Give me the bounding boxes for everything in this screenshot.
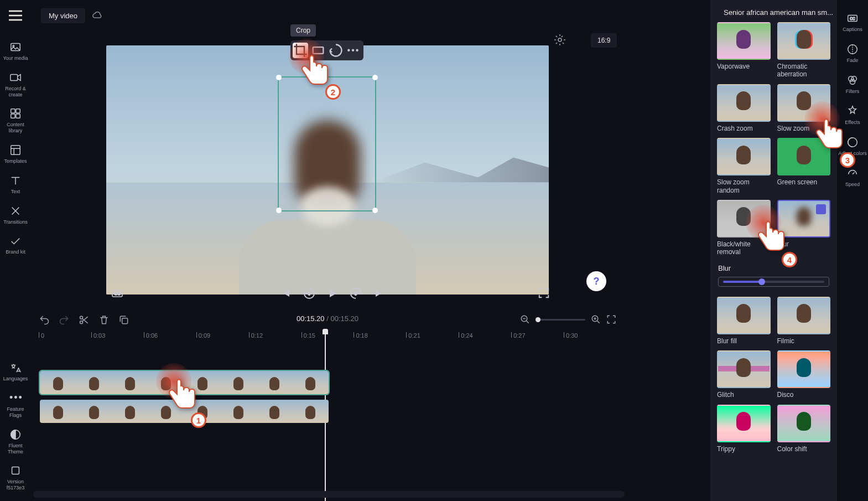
effect-filmic[interactable]: Filmic <box>777 297 831 345</box>
text-icon <box>9 174 22 187</box>
menu-icon[interactable] <box>7 7 24 24</box>
effect-color-shift[interactable]: Color shift <box>777 405 831 453</box>
sidebar-item-label: Brand kit <box>6 249 25 255</box>
timeline-tracks <box>39 370 616 424</box>
skip-start-button[interactable] <box>279 287 293 300</box>
speed-icon <box>846 167 859 179</box>
dots-icon: ••• <box>9 392 22 404</box>
rotate-icon <box>328 43 344 58</box>
right-tab-captions[interactable]: CC Captions <box>837 8 868 37</box>
sidebar-item-text[interactable]: Text <box>0 170 31 199</box>
crop-selection[interactable] <box>278 76 376 211</box>
video-clip[interactable] <box>39 399 330 424</box>
redo-button[interactable] <box>59 314 70 326</box>
captions-toggle[interactable]: CC <box>111 287 124 300</box>
effect-slow-zoom-random[interactable]: Slow zoom random <box>717 138 771 194</box>
blur-slider-block: Blur <box>717 262 830 291</box>
effect-vaporwave[interactable]: Vaporwave <box>717 22 771 79</box>
crop-handle-bl[interactable] <box>276 208 282 213</box>
effect-glitch[interactable]: Glitch <box>717 350 771 399</box>
right-tab-speed[interactable]: Speed <box>837 163 868 192</box>
zoom-in-button[interactable] <box>591 314 601 324</box>
split-button[interactable] <box>79 314 90 326</box>
fullscreen-button[interactable] <box>538 287 550 299</box>
duplicate-button[interactable] <box>118 314 129 326</box>
effect-slow-zoom[interactable]: Slow zoom <box>777 84 831 132</box>
rewind-button[interactable]: 5 <box>303 287 316 300</box>
right-tab-fade[interactable]: Fade <box>837 39 868 68</box>
sidebar-item-record-create[interactable]: Record & create <box>0 67 31 102</box>
right-tab-adjust-colors[interactable]: Adjust colors <box>837 132 868 161</box>
svg-rect-10 <box>11 146 20 155</box>
preview-settings-icon[interactable] <box>553 33 566 47</box>
media-icon <box>9 41 22 53</box>
transitions-icon <box>9 205 22 217</box>
horizontal-scrollbar[interactable] <box>33 491 625 498</box>
sidebar-item-label: Templates <box>4 158 27 164</box>
cloud-sync-icon[interactable] <box>92 10 103 21</box>
sidebar-item-templates[interactable]: Templates <box>0 140 31 169</box>
svg-text:5: 5 <box>355 292 357 296</box>
effect-blur[interactable]: Blur <box>777 200 831 256</box>
more-button[interactable]: ••• <box>346 43 361 58</box>
slider-knob[interactable] <box>758 278 765 285</box>
zoom-slider[interactable] <box>536 319 585 321</box>
right-tab-filters[interactable]: Filters <box>837 70 868 99</box>
blur-slider[interactable] <box>718 277 829 287</box>
svg-text:5: 5 <box>308 292 310 296</box>
crop-handle-tr[interactable] <box>372 75 378 80</box>
sidebar-item-content-library[interactable]: Content library <box>0 103 31 138</box>
video-clip-selected[interactable] <box>39 370 330 395</box>
effects-scroll[interactable]: Vaporwave Chromatic aberration Crash zoo… <box>710 22 837 501</box>
effect-blur-fill[interactable]: Blur fill <box>717 297 771 345</box>
aspect-ratio-button[interactable]: 16:9 <box>591 33 617 48</box>
effect-crash-zoom[interactable]: Crash zoom <box>717 84 771 132</box>
version-icon <box>9 464 22 477</box>
help-button[interactable]: ? <box>586 271 606 291</box>
templates-icon <box>9 144 22 156</box>
svg-point-16 <box>558 38 562 42</box>
svg-line-30 <box>597 321 600 323</box>
sidebar-item-label: Transitions <box>3 219 28 225</box>
effect-chromatic-aberration[interactable]: Chromatic aberration <box>777 22 831 79</box>
fade-icon <box>846 43 859 55</box>
left-rail: Your media Record & create Content libra… <box>0 0 31 501</box>
sidebar-item-label: Content library <box>1 122 30 134</box>
footer-item-fluent-theme[interactable]: Fluent Theme <box>0 424 31 459</box>
sidebar-item-brand-kit[interactable]: Brand kit <box>0 230 31 260</box>
footer-item-feature-flags[interactable]: ••• Feature Flags <box>0 388 31 423</box>
crop-handle-br[interactable] <box>372 208 378 213</box>
svg-point-36 <box>851 76 856 81</box>
svg-text:CC: CC <box>114 291 121 296</box>
video-preview[interactable] <box>106 45 549 295</box>
right-tab-effects[interactable]: Effects <box>837 101 868 130</box>
footer-item-languages[interactable]: Languages <box>0 357 31 386</box>
tune-icon[interactable] <box>816 204 826 214</box>
rotate-button[interactable] <box>328 43 344 58</box>
effect-green-screen[interactable]: Green screen <box>777 138 831 194</box>
effect-disco[interactable]: Disco <box>777 350 831 399</box>
zoom-fit-button[interactable] <box>606 314 616 324</box>
skip-end-button[interactable] <box>372 287 386 300</box>
crop-handle-tl[interactable] <box>276 75 282 80</box>
sidebar-item-label: Your media <box>3 55 28 61</box>
svg-rect-8 <box>11 114 15 118</box>
forward-button[interactable]: 5 <box>349 287 362 300</box>
effect-trippy[interactable]: Trippy <box>717 405 771 453</box>
fit-button[interactable] <box>310 43 326 58</box>
sidebar-item-label: Version f5173e3 <box>1 479 30 491</box>
filters-icon <box>846 74 859 86</box>
crop-button[interactable] <box>293 43 308 58</box>
effect-bw-removal[interactable]: Black/white removal <box>717 200 771 256</box>
zoom-out-button[interactable] <box>520 314 530 324</box>
effects-icon <box>846 105 859 117</box>
time-display: 00:15.20 / 00:15.20 <box>297 314 358 323</box>
delete-button[interactable] <box>98 314 110 326</box>
play-button[interactable] <box>326 287 339 300</box>
project-title[interactable]: My video <box>41 8 85 23</box>
sidebar-item-transitions[interactable]: Transitions <box>0 200 31 230</box>
undo-button[interactable] <box>39 314 50 326</box>
sidebar-item-your-media[interactable]: Your media <box>0 37 31 66</box>
timeline-area: 00:15.20 / 00:15.20 0 0:03 0:06 0:09 0:1… <box>31 309 624 501</box>
footer-item-version[interactable]: Version f5173e3 <box>0 460 31 495</box>
